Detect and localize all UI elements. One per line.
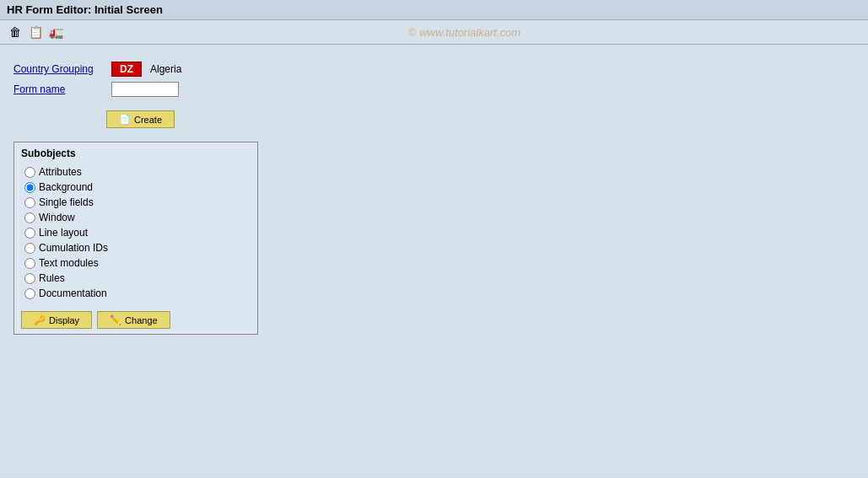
- radio-line-layout-input[interactable]: [24, 228, 35, 239]
- radio-attributes-input[interactable]: [24, 167, 35, 178]
- change-button-label: Change: [125, 315, 158, 325]
- create-button-label: Create: [134, 115, 162, 125]
- display-button[interactable]: 🔑 Display: [21, 311, 92, 329]
- change-button[interactable]: ✏️ Change: [97, 311, 170, 329]
- radio-rules-input[interactable]: [24, 273, 35, 284]
- radio-documentation-label[interactable]: Documentation: [39, 287, 107, 299]
- radio-cumulation-ids-input[interactable]: [24, 243, 35, 254]
- delete-icon[interactable]: 🗑: [7, 24, 24, 40]
- subobjects-panel: Subobjects Attributes Background Single …: [13, 142, 258, 335]
- radio-cumulation-ids: Cumulation IDs: [18, 240, 254, 255]
- create-button-row: 📄 Create: [106, 110, 855, 128]
- radio-line-layout-label[interactable]: Line layout: [39, 227, 88, 239]
- radio-cumulation-ids-label[interactable]: Cumulation IDs: [39, 242, 108, 254]
- create-icon: 📄: [119, 114, 131, 125]
- radio-line-layout: Line layout: [18, 225, 254, 240]
- watermark: © www.tutorialkart.com: [67, 26, 861, 39]
- copy-icon[interactable]: 📋: [27, 24, 44, 40]
- radio-attributes: Attributes: [18, 164, 254, 180]
- create-button[interactable]: 📄 Create: [106, 110, 175, 128]
- radio-single-fields-label[interactable]: Single fields: [39, 196, 94, 208]
- country-grouping-row: Country Grouping Algeria: [13, 62, 855, 77]
- radio-single-fields: Single fields: [18, 195, 254, 210]
- country-code-input[interactable]: [111, 62, 142, 77]
- toolbar: 🗑 📋 🚛 © www.tutorialkart.com: [0, 20, 868, 45]
- radio-text-modules-input[interactable]: [24, 258, 35, 269]
- display-icon: 🔑: [34, 314, 46, 325]
- form-name-row: Form name: [13, 82, 855, 97]
- change-icon: ✏️: [110, 314, 121, 325]
- display-button-label: Display: [49, 315, 79, 325]
- title-bar: HR Form Editor: Initial Screen: [0, 0, 868, 20]
- radio-rules: Rules: [18, 271, 254, 286]
- form-section: Country Grouping Algeria Form name: [13, 62, 855, 97]
- radio-window-label[interactable]: Window: [39, 212, 75, 223]
- radio-text-modules-label[interactable]: Text modules: [39, 257, 99, 269]
- subobjects-title: Subobjects: [18, 146, 254, 164]
- radio-background: Background: [18, 180, 254, 195]
- radio-text-modules: Text modules: [18, 255, 254, 271]
- radio-window-input[interactable]: [24, 212, 35, 223]
- radio-attributes-label[interactable]: Attributes: [39, 166, 82, 178]
- radio-rules-label[interactable]: Rules: [39, 272, 65, 284]
- save-icon[interactable]: 🚛: [47, 24, 64, 40]
- radio-background-input[interactable]: [24, 182, 35, 193]
- form-name-label[interactable]: Form name: [13, 83, 106, 95]
- country-grouping-label[interactable]: Country Grouping: [13, 63, 106, 75]
- radio-background-label[interactable]: Background: [39, 181, 93, 193]
- radio-documentation-input[interactable]: [24, 288, 35, 299]
- main-content: Country Grouping Algeria Form name 📄 Cre…: [0, 45, 868, 477]
- radio-window: Window: [18, 210, 254, 225]
- country-name: Algeria: [150, 63, 181, 75]
- page-title: HR Form Editor: Initial Screen: [7, 3, 163, 16]
- subobjects-buttons-row: 🔑 Display ✏️ Change: [18, 308, 254, 330]
- form-name-input[interactable]: [111, 82, 179, 97]
- radio-single-fields-input[interactable]: [24, 197, 35, 208]
- radio-documentation: Documentation: [18, 286, 254, 301]
